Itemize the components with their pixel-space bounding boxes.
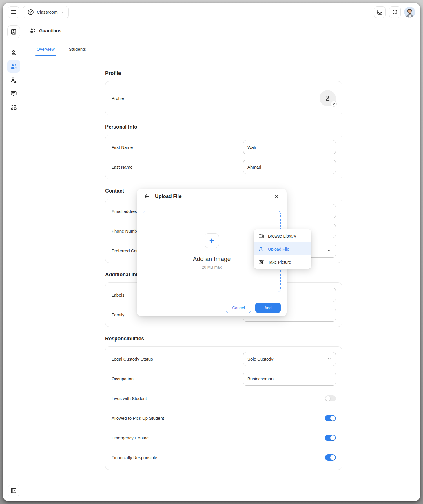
- chevron-down-icon: [327, 248, 331, 253]
- menu-item-take-picture[interactable]: Take Picture: [254, 255, 311, 269]
- user-avatar[interactable]: [404, 7, 415, 18]
- camera-plus-icon: [258, 259, 264, 265]
- lives-with-student-label: Lives with Student: [112, 396, 147, 401]
- page-header: Guardians: [24, 21, 420, 40]
- sidebar-item-students[interactable]: [7, 46, 20, 59]
- folder-image-icon: [258, 233, 264, 239]
- hamburger-icon: [10, 9, 17, 15]
- personal-info-card: First Name Last Name: [105, 135, 342, 179]
- profile-card: Profile: [105, 81, 342, 115]
- id-card-icon: [10, 28, 17, 35]
- sidebar-item-categories[interactable]: [7, 101, 20, 114]
- sidebar-item-guardians[interactable]: [7, 60, 20, 73]
- tab-overview[interactable]: Overview: [37, 47, 55, 56]
- hamburger-menu-button[interactable]: [8, 6, 19, 18]
- add-image-button[interactable]: [205, 233, 219, 248]
- modal-title: Upload File: [155, 193, 269, 199]
- financially-responsible-label: Financially Responsible: [112, 455, 157, 460]
- close-icon: [274, 193, 280, 199]
- menu-item-label: Take Picture: [268, 260, 291, 264]
- guardians-icon: [29, 27, 36, 34]
- workspace-label: Classroom: [37, 10, 58, 14]
- tab-students[interactable]: Students: [69, 47, 86, 56]
- modal-footer: Cancel Add: [137, 299, 287, 316]
- app-window: Classroom: [3, 3, 420, 501]
- labels-label: Labels: [112, 293, 124, 297]
- menu-item-label: Upload File: [268, 247, 289, 251]
- custody-value: Sole Custody: [247, 357, 273, 361]
- add-button[interactable]: Add: [255, 303, 281, 313]
- personal-info-heading: Personal Info: [105, 124, 342, 130]
- responsibilities-heading: Responsibilities: [105, 336, 342, 342]
- dropzone-title: Add an Image: [193, 255, 231, 262]
- profile-photo-button[interactable]: [320, 90, 336, 106]
- last-name-field[interactable]: [243, 160, 336, 174]
- upload-icon: [258, 246, 264, 252]
- sidebar-item-staff[interactable]: [7, 74, 20, 86]
- last-name-label: Last Name: [112, 165, 133, 169]
- menu-item-browse-library[interactable]: Browse Library: [254, 229, 311, 242]
- emergency-contact-label: Emergency Contact: [112, 435, 150, 440]
- modal-header: Upload File: [137, 189, 287, 204]
- edit-photo-badge[interactable]: [331, 101, 337, 107]
- chevron-down-icon: [327, 357, 331, 361]
- email-label: Email address: [112, 209, 139, 214]
- lives-with-student-toggle[interactable]: [325, 395, 336, 401]
- inbox-button[interactable]: [374, 6, 386, 18]
- modal-back-button[interactable]: [143, 192, 151, 200]
- first-name-field[interactable]: [243, 140, 336, 154]
- sidebar: [3, 21, 24, 501]
- back-arrow-icon: [144, 193, 150, 200]
- cancel-button[interactable]: Cancel: [226, 303, 251, 313]
- sidebar-divider: [3, 481, 24, 481]
- tab-divider: [93, 47, 93, 54]
- plus-icon: [209, 238, 215, 244]
- custody-select[interactable]: Sole Custody: [243, 352, 336, 366]
- collapse-sidebar-button[interactable]: [8, 485, 19, 496]
- contact-card-button[interactable]: [7, 25, 20, 38]
- chevron-down-icon: [60, 10, 64, 14]
- emergency-contact-toggle[interactable]: [325, 435, 336, 441]
- family-label: Family: [112, 312, 124, 317]
- menu-item-label: Browse Library: [268, 234, 296, 238]
- financially-responsible-toggle[interactable]: [325, 454, 336, 461]
- panel-expand-icon: [10, 487, 17, 494]
- classroom-logo-icon: [27, 9, 34, 16]
- menu-item-upload-file[interactable]: Upload File: [254, 242, 311, 255]
- person-icon: [324, 94, 332, 102]
- tab-bar: Overview Students: [24, 40, 420, 61]
- topbar: Classroom: [3, 3, 420, 21]
- responsibilities-card: Legal Custody Status Sole Custody Occupa…: [105, 346, 342, 470]
- sidebar-nav: [7, 46, 20, 114]
- pencil-icon: [332, 102, 336, 105]
- occupation-label: Occupation: [112, 376, 134, 381]
- upload-context-menu: Browse Library Upload File Take Pictur: [254, 229, 311, 269]
- hexagon-icon: [392, 9, 398, 15]
- modal-close-button[interactable]: [273, 192, 281, 200]
- workspace-switcher[interactable]: Classroom: [23, 6, 69, 18]
- page-title: Guardians: [39, 28, 61, 33]
- sidebar-item-classes[interactable]: [7, 87, 20, 100]
- dropzone-hint: 20 MB max: [202, 265, 222, 269]
- custody-label: Legal Custody Status: [112, 357, 153, 361]
- first-name-label: First Name: [112, 145, 133, 150]
- pickup-label: Allowed to Pick Up Student: [112, 416, 164, 421]
- notifications-button[interactable]: [389, 6, 401, 18]
- tab-divider: [62, 47, 62, 54]
- pickup-toggle[interactable]: [325, 415, 336, 421]
- inbox-icon: [377, 9, 383, 15]
- profile-row-label: Profile: [112, 96, 124, 101]
- occupation-field[interactable]: [243, 372, 336, 386]
- phone-label: Phone Number: [112, 229, 141, 233]
- profile-section-heading: Profile: [105, 70, 342, 76]
